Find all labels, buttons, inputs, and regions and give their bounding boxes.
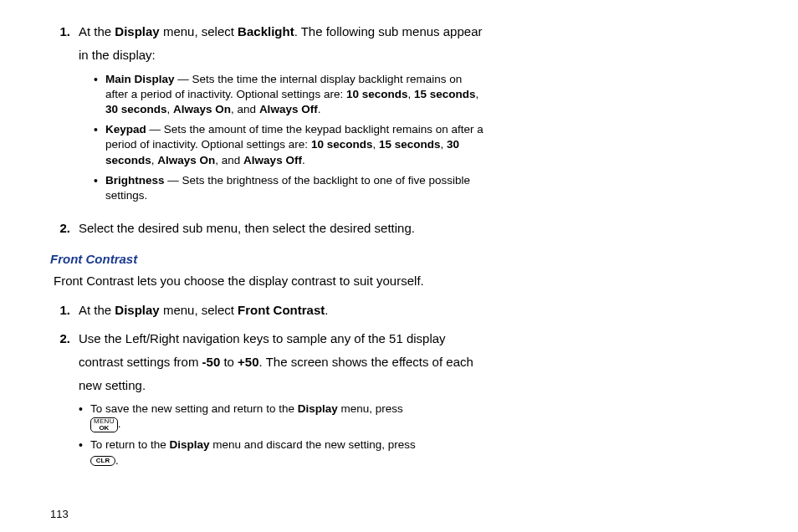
menu-ok-key-icon: MENUOK — [90, 417, 118, 433]
label: Main Display — [105, 73, 175, 85]
sub-text: Brightness — Sets the brightness of the … — [105, 173, 485, 203]
text: menu, press — [338, 402, 403, 415]
bullet-icon: • — [79, 402, 90, 432]
bold: -50 — [202, 355, 221, 369]
opt: 15 seconds — [379, 138, 441, 151]
period: . — [118, 417, 121, 430]
clr-key-icon: CLR — [90, 456, 115, 466]
dash: — — [146, 123, 164, 136]
section-paragraph: Front Contrast lets you choose the displ… — [50, 271, 485, 290]
list-item-1b: 1. At the Display menu, select Front Con… — [50, 299, 485, 322]
text: To save the new setting and return to th… — [90, 402, 298, 415]
opt: 30 seconds — [105, 103, 167, 115]
text: At the — [79, 24, 115, 38]
bold: +50 — [238, 355, 258, 369]
list-body: At the Display menu, select Backlight. T… — [79, 20, 485, 212]
comma: , and — [215, 154, 243, 166]
text: to — [220, 355, 238, 369]
list-number: 2. — [50, 327, 79, 477]
dash: — — [175, 73, 192, 85]
list-number: 1. — [50, 299, 79, 322]
bold: Front Contrast — [238, 303, 325, 317]
bold: Display — [115, 303, 159, 317]
sub-text: Main Display — Sets the time the interna… — [105, 72, 485, 118]
list-body: Use the Left/Right navigation keys to sa… — [79, 327, 485, 477]
bold: Display — [298, 402, 338, 415]
list-item-1: 1. At the Display menu, select Backlight… — [50, 20, 485, 212]
sub-text: Keypad — Sets the amount of time the key… — [105, 122, 485, 168]
text: . — [325, 303, 328, 317]
list-number: 1. — [50, 20, 79, 212]
sub-text: To save the new setting and return to th… — [90, 402, 485, 432]
text: menu, select — [160, 303, 238, 317]
sub-item-keypad: • Keypad — Sets the amount of time the k… — [79, 122, 485, 168]
opt: 10 seconds — [311, 138, 373, 151]
bullet-icon: • — [79, 437, 90, 468]
ordered-list-1: 1. At the Display menu, select Backlight… — [50, 20, 485, 240]
sub-item-main-display: • Main Display — Sets the time the inter… — [79, 72, 485, 118]
sub-item-return: • To return to the Display menu and disc… — [79, 437, 485, 468]
bold: Display — [170, 438, 210, 451]
sub-item-brightness: • Brightness — Sets the brightness of th… — [79, 173, 485, 203]
text: menu, select — [160, 24, 238, 38]
document-page: 1. At the Display menu, select Backlight… — [0, 0, 798, 532]
text: At the — [79, 303, 115, 317]
comma: , — [476, 88, 479, 100]
sub-item-save: • To save the new setting and return to … — [79, 402, 485, 432]
opt: Always Off — [259, 103, 318, 115]
comma: , — [372, 138, 379, 151]
bullet-icon: • — [94, 173, 105, 203]
comma: , and — [231, 103, 259, 115]
bold: Display — [115, 24, 159, 38]
ordered-list-2: 1. At the Display menu, select Front Con… — [50, 299, 485, 476]
list-item-2: 2. Select the desired sub menu, then sel… — [50, 217, 485, 240]
text: Select the desired sub menu, then select… — [79, 221, 415, 235]
text: menu and discard the new setting, press — [210, 438, 416, 451]
comma: , — [167, 103, 174, 115]
comma: , — [407, 88, 414, 100]
page-number: 113 — [50, 508, 69, 520]
period: . — [302, 154, 305, 166]
bullet-icon: • — [94, 72, 105, 118]
bold: Backlight — [238, 24, 294, 38]
key-bot: OK — [99, 424, 109, 432]
opt: 15 seconds — [414, 88, 476, 100]
period: . — [318, 103, 321, 115]
sub-list: • Main Display — Sets the time the inter… — [79, 72, 485, 204]
comma: , — [440, 138, 447, 151]
label: Keypad — [105, 123, 146, 136]
sub-list-2: • To save the new setting and return to … — [79, 402, 485, 468]
opt: Always On — [173, 103, 231, 115]
list-body: Select the desired sub menu, then select… — [79, 217, 485, 240]
opt: Always Off — [243, 154, 302, 166]
opt: Always On — [157, 154, 215, 166]
content-column: 1. At the Display menu, select Backlight… — [50, 20, 485, 477]
list-item-2b: 2. Use the Left/Right navigation keys to… — [50, 327, 485, 477]
bullet-icon: • — [94, 122, 105, 168]
label: Brightness — [105, 174, 165, 187]
section-heading-front-contrast: Front Contrast — [50, 252, 485, 266]
opt: 10 seconds — [346, 88, 408, 100]
period: . — [115, 454, 119, 467]
dash: — — [165, 174, 182, 187]
text: To return to the — [90, 438, 170, 451]
sub-text: To return to the Display menu and discar… — [90, 437, 485, 468]
list-number: 2. — [50, 217, 79, 240]
list-body: At the Display menu, select Front Contra… — [79, 299, 485, 322]
